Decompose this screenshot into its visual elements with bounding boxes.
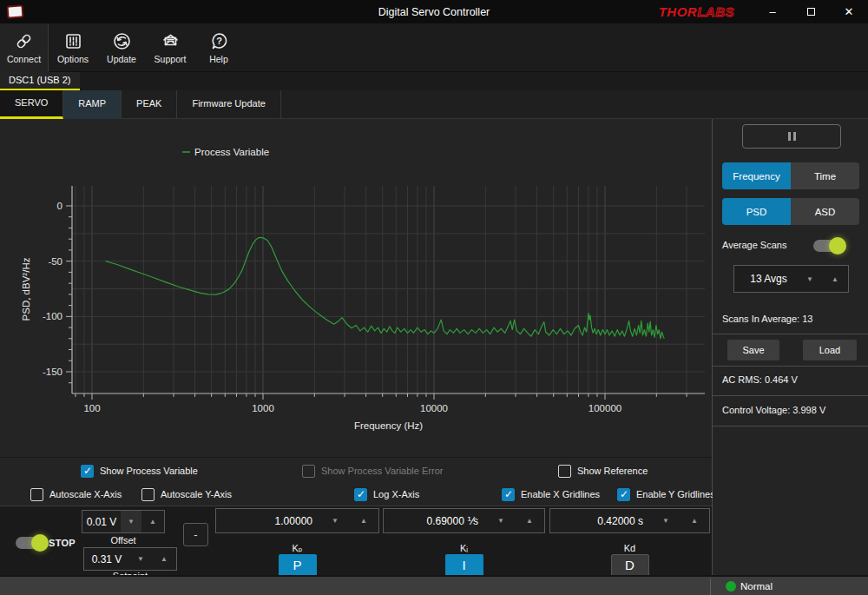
svg-text:100000: 100000 [589, 403, 621, 413]
thorlabs-logo: THORLABS [659, 4, 734, 19]
status-normal-icon [726, 581, 736, 592]
statusbar: Normal [0, 575, 868, 595]
tab-peak[interactable]: PEAK [122, 90, 177, 119]
pid-spinner-d[interactable]: 0.42000 s▼▲ [549, 508, 710, 533]
plot-options: Show Process VariableShow Process Variab… [0, 457, 712, 506]
chart-column: 100100010000100000Frequency (Hz)0-50-100… [0, 119, 713, 575]
spinner-up-icon[interactable]: ▲ [680, 517, 709, 525]
checkbox-autoscale-y-axis: Autoscale Y-Axis [141, 487, 232, 501]
load-button[interactable]: Load [803, 340, 857, 360]
device-tab[interactable]: DSC1 (USB 2) [0, 72, 80, 90]
averages-spinner[interactable]: 13 Avgs ▼ ▲ [733, 265, 849, 293]
svg-text:100: 100 [83, 403, 100, 413]
refresh-icon [112, 31, 132, 51]
checkbox-label: Log X-Axis [373, 489, 419, 499]
pid-d-button[interactable]: D [611, 554, 649, 577]
setpoint-spinner[interactable]: 0.31 V ▼ ▲ [83, 547, 177, 571]
average-scans-toggle[interactable] [813, 240, 845, 252]
pause-button[interactable] [742, 124, 841, 149]
checkbox-unchecked-icon[interactable] [558, 465, 571, 478]
checkbox-unchecked-icon[interactable] [30, 488, 43, 501]
toggle-time[interactable]: Time [791, 162, 859, 189]
options-button[interactable]: Options [49, 23, 97, 72]
spinner-down-icon[interactable]: ▼ [487, 517, 515, 525]
toggle-frequency[interactable]: Frequency [722, 162, 791, 189]
pid-spinner-p[interactable]: 1.00000▼▲ [215, 508, 379, 533]
toggle-asd[interactable]: ASD [791, 198, 859, 225]
checkbox-enable-x-gridlines: Enable X Gridlines [502, 487, 600, 501]
update-button[interactable]: Update [97, 23, 146, 72]
envelope-icon [161, 31, 181, 51]
stop-toggle[interactable] [16, 537, 47, 549]
checkbox-label: Autoscale Y-Axis [161, 489, 232, 499]
pid-p-button[interactable]: P [279, 554, 317, 577]
tab-ramp[interactable]: RAMP [63, 90, 122, 119]
svg-text:Process Variable: Process Variable [194, 147, 269, 157]
checkbox-unchecked-icon [302, 465, 315, 478]
pid-i-button[interactable]: I [445, 554, 483, 577]
toggle-psd[interactable]: PSD [722, 198, 791, 225]
svg-text:?: ? [216, 36, 222, 46]
checkbox-show-process-variable: Show Process Variable [81, 464, 198, 478]
toggle-knob [829, 237, 846, 255]
toolbar-label: Help [209, 54, 228, 64]
offset-value: 0.01 V [82, 516, 121, 528]
question-icon: ? [209, 31, 229, 51]
svg-text:PSD, dBV²/Hz: PSD, dBV²/Hz [21, 257, 31, 321]
checkbox-checked-icon[interactable] [354, 488, 367, 501]
average-scans-label: Average Scans [722, 240, 786, 250]
maximize-icon [807, 8, 815, 16]
spinner-down-icon[interactable]: ▼ [321, 517, 349, 525]
pid-spinner-i[interactable]: 0.69000 ⅟s▼▲ [383, 508, 545, 533]
spinner-up-icon[interactable]: ▲ [349, 517, 378, 525]
titlebar: Digital Servo Controller THORLABS – ✕ [0, 0, 868, 23]
mode-tab-bar: SERVORAMPPEAKFirmware Update [0, 90, 868, 119]
checkbox-checked-icon[interactable] [81, 465, 94, 478]
checkbox-checked-icon[interactable] [502, 488, 515, 501]
svg-text:-150: -150 [43, 367, 62, 377]
checkbox-unchecked-icon[interactable] [141, 488, 155, 501]
support-button[interactable]: Support [146, 23, 194, 72]
tab-firmware-update[interactable]: Firmware Update [177, 90, 280, 119]
checkbox-checked-icon[interactable] [617, 488, 630, 501]
svg-text:Frequency (Hz): Frequency (Hz) [354, 420, 423, 431]
connect-button[interactable]: Connect [0, 23, 49, 72]
checkbox-show-process-variable-error: Show Process Variable Error [302, 464, 443, 478]
status-text: Normal [740, 581, 773, 592]
close-button[interactable]: ✕ [830, 5, 868, 18]
control-voltage-readout: Control Voltage: 3.998 V [722, 405, 825, 415]
checkbox-label: Show Process Variable [100, 466, 198, 476]
spinner-up-icon[interactable]: ▲ [515, 517, 544, 525]
maximize-button[interactable] [792, 5, 830, 18]
averages-value: 13 Avgs [734, 273, 798, 285]
spectrum-toggle: PSDASD [722, 198, 859, 225]
toolbar-label: Support [155, 54, 187, 64]
psd-chart[interactable]: 100100010000100000Frequency (Hz)0-50-100… [0, 119, 712, 453]
scans-in-average-text: Scans In Average: 13 [722, 314, 812, 324]
spinner-down-icon[interactable]: ▼ [129, 555, 152, 563]
save-button[interactable]: Save [727, 340, 779, 360]
device-tab-bar: DSC1 (USB 2) [0, 72, 868, 90]
checkbox-label: Show Reference [577, 466, 648, 476]
decrement-button[interactable]: - [183, 523, 208, 546]
help-button[interactable]: ?Help [194, 23, 243, 72]
spinner-up-icon[interactable]: ▲ [141, 518, 164, 526]
spinner-down-icon[interactable]: ▼ [652, 517, 680, 525]
checkbox-label: Autoscale X-Axis [49, 489, 122, 499]
checkbox-label: Enable Y Gridlines [636, 489, 715, 499]
tab-servo[interactable]: SERVO [0, 90, 63, 119]
pause-icon [793, 132, 796, 141]
spinner-down-icon[interactable]: ▼ [121, 511, 141, 532]
offset-spinner[interactable]: 0.01 V ▼ ▲ [82, 510, 165, 533]
minimize-button[interactable]: – [753, 5, 792, 18]
svg-text:0: 0 [57, 201, 62, 211]
spinner-up-icon[interactable]: ▲ [152, 555, 176, 563]
pid-label: Kₚ [272, 543, 324, 554]
pid-label: Kᵢ [438, 543, 490, 553]
offset-label: Offset [82, 535, 165, 545]
svg-text:-50: -50 [48, 256, 62, 267]
spinner-up-icon[interactable]: ▲ [822, 275, 848, 283]
pid-value: 1.00000 [216, 515, 321, 527]
pid-label: Kd [604, 543, 656, 553]
spinner-down-icon[interactable]: ▼ [798, 275, 822, 283]
